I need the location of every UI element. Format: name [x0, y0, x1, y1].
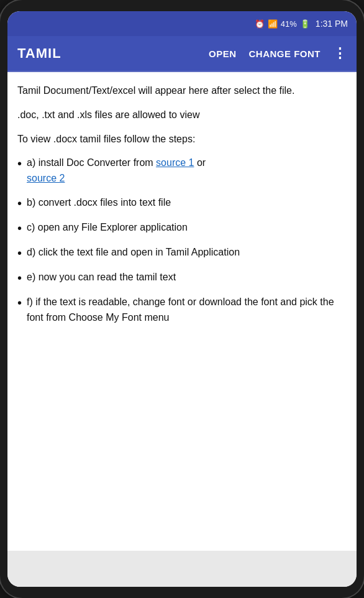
step-b-text: b) convert .docx files into text file: [27, 195, 347, 211]
list-item: • e) now you can read the tamil text: [17, 270, 347, 286]
step-a-before: a) install Doc Converter from: [27, 157, 156, 168]
app-bar: TAMIL OPEN CHANGE FONT ⋮: [7, 36, 357, 71]
intro-text: Tamil Document/Text/excel will appear he…: [17, 83, 347, 99]
signal-icon: 📶: [268, 19, 278, 29]
device-frame: ⏰ 📶 41% 🔋 1:31 PM TAMIL OPEN CHANGE FONT…: [0, 0, 364, 598]
step-f-text: f) if the text is readable, change font …: [27, 295, 347, 326]
bottom-navigation-bar: [7, 551, 357, 587]
bullet-icon: •: [17, 295, 22, 311]
status-time: 1:31 PM: [316, 19, 348, 29]
list-item: • f) if the text is readable, change fon…: [17, 295, 347, 326]
step-a-text: a) install Doc Converter from source 1 o…: [27, 155, 347, 186]
app-title: TAMIL: [17, 45, 199, 62]
step-d-text: d) click the text file and open in Tamil…: [27, 245, 347, 260]
more-options-icon[interactable]: ⋮: [333, 45, 347, 62]
open-button[interactable]: OPEN: [209, 48, 237, 59]
bullet-icon: •: [17, 220, 22, 236]
status-bar: ⏰ 📶 41% 🔋 1:31 PM: [7, 11, 357, 36]
battery-icon: 🔋: [300, 19, 310, 29]
change-font-button[interactable]: CHANGE FONT: [249, 48, 321, 59]
app-bar-actions: OPEN CHANGE FONT ⋮: [209, 45, 347, 62]
list-item: • a) install Doc Converter from source 1…: [17, 155, 347, 186]
battery-percent: 41%: [281, 19, 297, 29]
content-area: Tamil Document/Text/excel will appear he…: [7, 72, 357, 551]
list-item: • c) open any File Explorer application: [17, 220, 347, 236]
source1-link[interactable]: source 1: [156, 157, 194, 168]
bullet-icon: •: [17, 270, 22, 286]
list-item: • b) convert .docx files into text file: [17, 195, 347, 211]
allowed-files-text: .doc, .txt and .xls files are allowed to…: [17, 108, 347, 123]
device-screen: ⏰ 📶 41% 🔋 1:31 PM TAMIL OPEN CHANGE FONT…: [7, 11, 357, 587]
alarm-icon: ⏰: [255, 19, 265, 29]
steps-list: • a) install Doc Converter from source 1…: [17, 155, 347, 325]
bullet-icon: •: [17, 245, 22, 261]
step-e-text: e) now you can read the tamil text: [27, 270, 347, 285]
step-c-text: c) open any File Explorer application: [27, 220, 347, 236]
bullet-icon: •: [17, 155, 22, 172]
status-bar-icons: ⏰ 📶 41% 🔋 1:31 PM: [255, 19, 348, 29]
list-item: • d) click the text file and open in Tam…: [17, 245, 347, 261]
step-a-between: or: [194, 157, 206, 168]
bullet-icon: •: [17, 195, 22, 211]
docx-intro-text: To view .docx tamil files follow the ste…: [17, 132, 347, 147]
source2-link[interactable]: source 2: [27, 173, 65, 183]
